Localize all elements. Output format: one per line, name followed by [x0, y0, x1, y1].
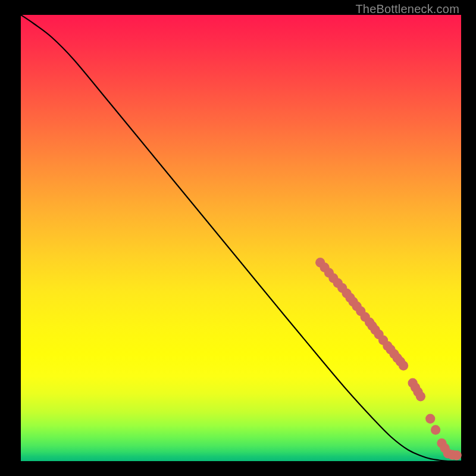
data-point	[399, 361, 408, 370]
chart-svg	[21, 15, 461, 461]
watermark-text: TheBottleneck.com	[355, 2, 459, 16]
data-point	[431, 425, 440, 434]
data-point	[425, 414, 435, 424]
plot-area	[21, 15, 461, 461]
data-point	[416, 392, 425, 401]
chart-frame: TheBottleneck.com	[0, 0, 476, 476]
bottleneck-curve-line	[21, 15, 461, 461]
data-point	[452, 450, 461, 460]
highlighted-points	[315, 258, 462, 460]
